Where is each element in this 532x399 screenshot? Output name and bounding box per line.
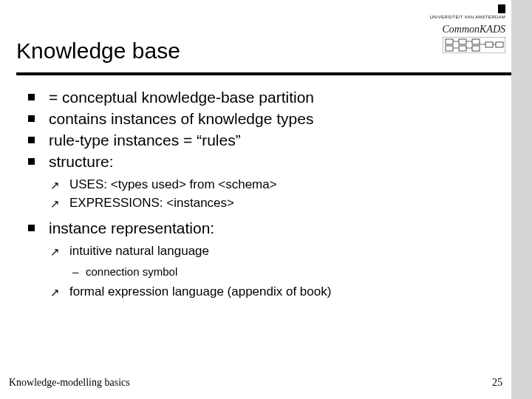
bullet-text: contains instances of knowledge types <box>49 110 313 127</box>
square-bullet-icon <box>28 115 35 122</box>
sub-bullet-item: ↗ EXPRESSIONS: <instances> <box>28 194 501 213</box>
arrow-bullet-icon: ↗ <box>50 196 60 212</box>
commonkads-diagram-icon <box>443 37 505 53</box>
sub-bullet-item: ↗ intuitive natural language <box>28 242 501 261</box>
uva-logo: UNIVERSITEIT VAN AMSTERDAM <box>430 4 505 21</box>
uva-crest-icon <box>498 4 505 13</box>
commonkads-logo-text: CommonKADS <box>430 24 505 36</box>
header-logos: UNIVERSITEIT VAN AMSTERDAM CommonKADS <box>430 4 505 55</box>
slide-title: Knowledge base <box>16 38 180 64</box>
subsub-bullet-text: connection symbol <box>86 265 177 278</box>
svg-rect-7 <box>485 42 493 47</box>
bullet-item: rule-type instances = “rules” <box>28 130 501 151</box>
square-bullet-icon <box>28 94 35 100</box>
sub-bullet-text: USES: <types used> from <schema> <box>69 177 277 191</box>
square-bullet-icon <box>28 158 35 165</box>
footer-page-number: 25 <box>492 377 502 389</box>
svg-rect-8 <box>496 42 503 47</box>
svg-rect-1 <box>446 39 453 44</box>
sub-bullet-text: intuitive natural language <box>69 244 209 258</box>
bullet-item: instance representation: <box>28 218 501 239</box>
svg-rect-3 <box>459 39 466 44</box>
footer-left: Knowledge-modelling basics <box>9 377 130 389</box>
bullet-item: = conceptual knowledge-base partition <box>28 87 501 109</box>
square-bullet-icon <box>28 225 35 231</box>
sub-bullet-text: formal expression language (appendix of … <box>69 284 331 299</box>
slide-content: = conceptual knowledge-base partition co… <box>28 87 501 301</box>
bullet-text: rule-type instances = “rules” <box>49 132 241 149</box>
arrow-bullet-icon: ↗ <box>50 284 60 301</box>
svg-rect-4 <box>459 46 466 51</box>
arrow-bullet-icon: ↗ <box>50 177 60 194</box>
uva-text: UNIVERSITEIT VAN AMSTERDAM <box>430 15 505 19</box>
sub-bullet-text: EXPRESSIONS: <instances> <box>69 196 234 210</box>
bullet-text: instance representation: <box>49 219 214 236</box>
arrow-bullet-icon: ↗ <box>50 244 60 260</box>
bullet-item: contains instances of knowledge types <box>28 109 501 130</box>
sub-bullet-item: ↗ formal expression language (appendix o… <box>28 283 501 301</box>
svg-rect-5 <box>472 39 480 44</box>
sub-bullet-item: ↗ USES: <types used> from <schema> <box>28 176 501 194</box>
right-sidebar <box>511 0 532 399</box>
title-divider <box>16 72 511 75</box>
svg-rect-6 <box>472 46 480 51</box>
bullet-text: = conceptual knowledge-base partition <box>49 89 314 106</box>
svg-rect-2 <box>446 46 453 51</box>
subsub-bullet-item: – connection symbol <box>28 264 501 281</box>
dash-bullet-icon: – <box>72 264 78 281</box>
square-bullet-icon <box>28 137 35 143</box>
bullet-item: structure: <box>28 151 501 173</box>
bullet-text: structure: <box>49 153 114 170</box>
